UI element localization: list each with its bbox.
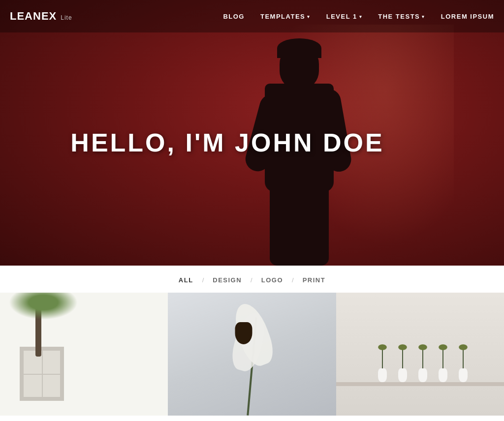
filter-sep-2: / [251, 276, 252, 284]
card-2-image [168, 293, 336, 416]
nav-blog[interactable]: BLOG [223, 13, 245, 20]
chevron-down-icon: ▾ [359, 14, 363, 19]
card-2-spacer [168, 416, 336, 419]
card-1-info: Work Three [0, 416, 168, 421]
nav-lorem-ipsum[interactable]: LOREM IPSUM [441, 13, 494, 20]
nav-links: BLOG TEMPLATES ▾ LEVEL 1 ▾ THE TESTS ▾ L… [223, 13, 494, 20]
filter-logo[interactable]: LOGO [261, 276, 283, 284]
nav-templates[interactable]: TEMPLATES ▾ [260, 13, 311, 20]
card-1-image [0, 293, 168, 416]
nav-level1[interactable]: LEVEL 1 ▾ [326, 13, 363, 20]
filter-sep-1: / [202, 276, 204, 284]
filter-print[interactable]: PRINT [303, 276, 326, 284]
portfolio-card-2[interactable] [168, 293, 336, 421]
chevron-down-icon: ▾ [422, 14, 425, 19]
hero-headline: HELLO, I'M JOHN DOE [70, 128, 384, 157]
brand-lite: Lite [61, 14, 72, 21]
navbar: LEANEX Lite BLOG TEMPLATES ▾ LEVEL 1 ▾ T… [0, 0, 504, 32]
portfolio-card-1[interactable]: Work Three [0, 293, 168, 421]
hero-section: HELLO, I'M JOHN DOE [0, 0, 504, 266]
filter-all[interactable]: ALL [179, 276, 193, 284]
filter-sep-3: / [292, 276, 294, 284]
card-3-info: Logotype Work One Logo [336, 416, 504, 421]
filter-bar: ALL / DESIGN / LOGO / PRINT [0, 266, 504, 293]
brand-name: LEANEX [10, 10, 57, 23]
portfolio-grid: Work Three [0, 293, 504, 421]
chevron-down-icon: ▾ [307, 14, 311, 19]
card-3-image [336, 293, 504, 416]
nav-the-tests[interactable]: THE TESTS ▾ [378, 13, 425, 20]
filter-design[interactable]: DESIGN [213, 276, 242, 284]
brand: LEANEX Lite [10, 10, 72, 23]
portfolio-card-3[interactable]: Logotype Work One Logo [336, 293, 504, 421]
